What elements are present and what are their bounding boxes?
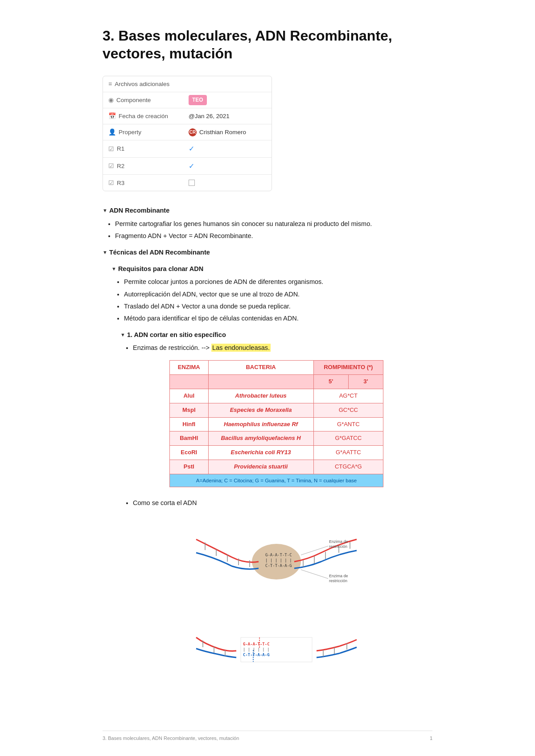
table-footer-cell: A=Adenina; C = Citocina; G = Guanina, T …	[170, 474, 383, 487]
section-adn-recombinante: ▼ ADN Recombinante Permite cartografiar …	[103, 205, 432, 241]
prop-key-r3: R3	[117, 178, 124, 188]
table-row: HinfI Haemophilus influenzae Rf G*ANTC	[170, 417, 383, 431]
list-item: Permite colocar juntos a porciones de AD…	[124, 277, 432, 287]
prop-key-fecha: Fecha de creación	[119, 111, 168, 121]
triangle-adn: ▼	[103, 207, 107, 215]
svg-text:C-T-T-A-A-G: C-T-T-A-A-G	[265, 563, 292, 568]
como-corta-list: Como se corta el ADN	[133, 498, 432, 508]
property-table: ≡ Archivos adicionales ◉ Componente TEO …	[103, 76, 272, 191]
th-bacteria: BACTERIA	[208, 361, 313, 375]
r1-value: ✓	[189, 143, 194, 155]
prop-key-r2: R2	[117, 161, 124, 171]
page-footer: 3. Bases moleculares, ADN Recombinante, …	[103, 731, 432, 743]
page: 3. Bases moleculares, ADN Recombinante, …	[67, 0, 468, 756]
list-item: Fragmento ADN + Vector = ADN Recombinant…	[115, 231, 432, 241]
dna-svg-2: G-A-A-T-T-C | | | | | | C-T-T-A-A-G	[192, 620, 361, 678]
svg-text:C-T-T-A-A-G: C-T-T-A-A-G	[243, 653, 270, 657]
dna-diagrams: G-A-A-T-T-C | | | | | | C-T-T-A-A-G Enzi…	[120, 517, 432, 678]
prop-row-r3: ☑ R3	[103, 175, 272, 191]
prop-row-fecha: 📅 Fecha de creación @Jan 26, 2021	[103, 108, 272, 124]
svg-text:| | | | | |: | | | | | |	[265, 558, 292, 563]
footer-right: 1	[430, 735, 432, 743]
calendar-icon: 📅	[108, 111, 116, 121]
user-avatar: CR	[189, 128, 197, 136]
list-item: Autorreplicación del ADN, vector que se …	[124, 289, 432, 300]
enzimas-table: ENZIMA BACTERIA ROMPIMIENTO (*) 5' 3'	[169, 360, 383, 487]
list-item: Permite cartografiar los genes humanos s…	[115, 219, 432, 229]
table-row: EcoRI Escherichia coli RY13 G*AATTC	[170, 446, 383, 460]
adn-cortar-header: 1. ADN cortar en sitio específico	[127, 330, 226, 340]
footer-left: 3. Bases moleculares, ADN Recombinante, …	[103, 735, 239, 743]
prop-row-property: 👤 Property CR Cristhian Romero	[103, 124, 272, 140]
svg-text:G-A-A-T-T-C: G-A-A-T-T-C	[243, 642, 270, 646]
dna-svg-1: G-A-A-T-T-C | | | | | | C-T-T-A-A-G Enzi…	[187, 517, 366, 606]
svg-text:restricción: restricción	[329, 544, 347, 549]
table-row: BamHI Bacillus amyloliquefaciens H G*GAT…	[170, 431, 383, 446]
prop-row-r2: ☑ R2 ✓	[103, 158, 272, 175]
prop-val-fecha: @Jan 26, 2021	[183, 109, 272, 124]
prop-key-r1: R1	[117, 144, 124, 154]
table-row: AluI Athrobacter luteus AG*CT	[170, 389, 383, 403]
prop-row-r1: ☑ R1 ✓	[103, 140, 272, 158]
dna-image-1: G-A-A-T-T-C | | | | | | C-T-T-A-A-G Enzi…	[187, 517, 366, 606]
svg-text:| | | | | |: | | | | | |	[243, 647, 270, 652]
page-title: 3. Bases moleculares, ADN Recombinante, …	[103, 27, 432, 62]
r3-value	[189, 180, 195, 186]
tag-teo: TEO	[189, 95, 207, 105]
tecnicas-header: Técnicas del ADN Recombinante	[109, 247, 210, 258]
list-item-como-corta: Como se corta el ADN	[133, 498, 432, 508]
circle-icon: ◉	[108, 95, 114, 105]
subsection-requisitos: ▼ Requisitos para clonar ADN Permite col…	[111, 264, 432, 678]
svg-text:restricción: restricción	[329, 579, 347, 583]
requisitos-list: Permite colocar juntos a porciones de AD…	[124, 277, 432, 324]
prop-key-componente: Componente	[116, 95, 151, 105]
checkbox-icon-r3: ☑	[108, 178, 114, 188]
svg-text:Enzima de: Enzima de	[329, 539, 348, 544]
checkbox-icon-r2: ☑	[108, 161, 114, 171]
r2-value: ✓	[189, 160, 194, 172]
th-5prime: 5'	[313, 375, 348, 389]
prop-key-archivos: Archivos adicionales	[115, 79, 169, 89]
list-item: Traslado del ADN + Vector a una donde se…	[124, 301, 432, 312]
triangle-adn-cortar: ▼	[120, 331, 125, 339]
triangle-requisitos: ▼	[111, 265, 116, 273]
th-rompimiento: ROMPIMIENTO (*)	[313, 361, 383, 375]
prop-row-archivos: ≡ Archivos adicionales	[103, 76, 272, 92]
section-tecnicas: ▼ Técnicas del ADN Recombinante ▼ Requis…	[103, 247, 432, 678]
svg-line-19	[301, 570, 328, 579]
subsection-adn-cortar: ▼ 1. ADN cortar en sitio específico Enzi…	[120, 330, 432, 678]
table-row: MspI Especies de Moraxella GC*CC	[170, 403, 383, 417]
prop-val-property: Cristhian Romero	[199, 127, 246, 137]
triangle-tecnicas: ▼	[103, 249, 107, 257]
list-icon: ≡	[108, 79, 112, 89]
table-row: PstI Providencia stuartii CTGCA*G	[170, 460, 383, 474]
requisitos-header: Requisitos para clonar ADN	[118, 264, 203, 274]
adn-recombinante-header: ADN Recombinante	[109, 205, 169, 216]
prop-row-componente: ◉ Componente TEO	[103, 92, 272, 108]
checkbox-icon-r1: ☑	[108, 144, 114, 154]
th-enzima: ENZIMA	[170, 361, 209, 375]
adn-recombinante-list: Permite cartografiar los genes humanos s…	[115, 219, 432, 241]
th-3prime: 3'	[348, 375, 383, 389]
list-item: Método para identificar el tipo de célul…	[124, 313, 432, 324]
svg-text:G-A-A-T-T-C: G-A-A-T-T-C	[265, 553, 292, 557]
enzimas-table-wrapper: ENZIMA BACTERIA ROMPIMIENTO (*) 5' 3'	[120, 360, 432, 487]
person-icon: 👤	[108, 127, 116, 137]
list-item-enzimas: Enzimas de restricción. --> Las endonucl…	[133, 343, 432, 353]
endonucleasas-highlight: Las endonucleasas.	[211, 344, 271, 352]
dna-image-2: G-A-A-T-T-C | | | | | | C-T-T-A-A-G	[192, 620, 361, 678]
prop-key-property: Property	[119, 127, 141, 137]
svg-text:Enzima de: Enzima de	[329, 574, 348, 578]
adn-cortar-list: Enzimas de restricción. --> Las endonucl…	[133, 343, 432, 353]
table-footer-row: A=Adenina; C = Citocina; G = Guanina, T …	[170, 474, 383, 487]
